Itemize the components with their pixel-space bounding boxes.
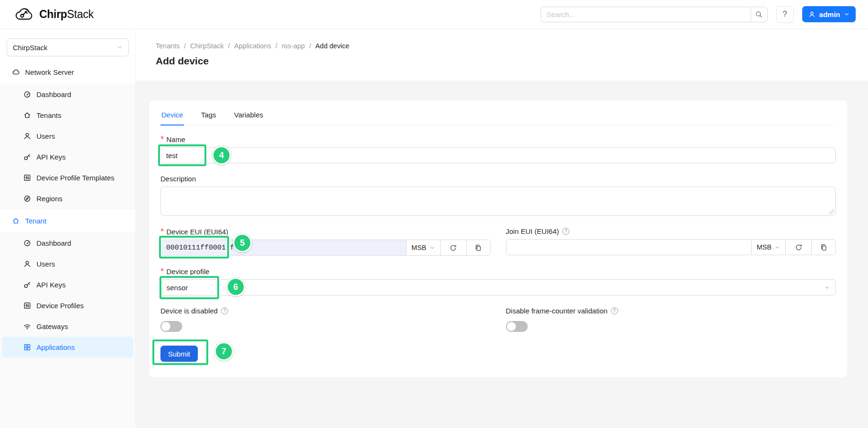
sidebar-item-regions[interactable]: Regions <box>2 188 133 209</box>
description-field: Description <box>160 175 836 216</box>
device-profile-select[interactable]: sensor 6 <box>160 279 836 295</box>
dashboard-icon <box>23 239 31 247</box>
sidebar-item-device-profile-templates[interactable]: Device Profile Templates <box>2 167 133 188</box>
description-label: Description <box>160 175 836 183</box>
search-input[interactable] <box>540 7 751 22</box>
dev-eui-generate-button[interactable] <box>440 240 467 256</box>
copy-icon <box>820 243 828 251</box>
join-eui-input[interactable] <box>506 239 752 255</box>
device-disabled-toggle[interactable] <box>160 321 182 332</box>
sidebar-menu: Network ServerDashboardTenantsUsersAPI K… <box>0 61 135 358</box>
breadcrumb-separator: / <box>275 42 277 50</box>
name-label: *Name <box>160 135 836 143</box>
brand-light: Stack <box>67 8 94 20</box>
search-button[interactable] <box>751 7 768 22</box>
sidebar-group-tenant[interactable]: Tenant <box>0 209 135 232</box>
sidebar-item-label: Device Profiles <box>36 302 84 310</box>
key-icon <box>23 281 31 289</box>
sidebar-submenu: DashboardUsersAPI KeysDevice ProfilesGat… <box>0 232 135 358</box>
tab-device[interactable]: Device <box>160 106 184 125</box>
sidebar-item-label: Users <box>36 260 55 268</box>
name-field: *Name 4 <box>160 135 836 163</box>
join-eui-byte-order-select[interactable]: MSB <box>751 239 786 255</box>
question-circle-icon <box>611 307 618 314</box>
sidebar-item-users[interactable]: Users <box>2 253 133 274</box>
dev-eui-field: *Device EUI (EUI64) MSB <box>160 227 491 256</box>
chirpstack-logo[interactable]: ChirpStack <box>13 5 94 23</box>
home-icon <box>23 111 31 119</box>
page-title: Add device <box>156 55 847 67</box>
sidebar-item-device-profiles[interactable]: Device Profiles <box>2 295 133 316</box>
join-eui-generate-button[interactable] <box>785 239 812 255</box>
sidebar-item-label: Device Profile Templates <box>36 174 115 182</box>
wifi-icon <box>23 322 31 330</box>
question-icon: ? <box>783 9 787 19</box>
name-input[interactable] <box>160 147 836 163</box>
dev-eui-copy-button[interactable] <box>466 240 491 256</box>
breadcrumb: Tenants/ChirpStack/Applications/ros-app/… <box>156 42 847 50</box>
help-button[interactable]: ? <box>776 6 794 23</box>
sidebar-group-label: Network Server <box>25 68 74 76</box>
user-icon <box>808 11 815 18</box>
search-box <box>540 7 768 22</box>
required-asterisk: * <box>160 135 164 143</box>
breadcrumb-item-tenants[interactable]: Tenants <box>156 42 180 50</box>
sidebar-item-label: Gateways <box>36 322 68 330</box>
toggle-knob <box>507 322 516 331</box>
sidebar-item-label: API Keys <box>36 281 66 289</box>
join-eui-field: Join EUI (EUI64) MSB <box>506 227 836 256</box>
sidebar-item-dashboard[interactable]: Dashboard <box>2 84 133 105</box>
annotation-badge-7: 7 <box>216 343 232 359</box>
add-device-form: *Name 4 Description <box>160 135 836 362</box>
user-menu-button[interactable]: admin <box>802 6 856 22</box>
submit-button[interactable]: Submit <box>160 346 198 362</box>
top-header: ChirpStack ? admin <box>0 0 868 29</box>
reload-icon <box>449 244 457 252</box>
tenant-select[interactable]: ChirpStack <box>7 38 129 56</box>
dev-eui-byte-order-select[interactable]: MSB <box>406 240 441 256</box>
search-icon <box>755 10 763 18</box>
cloud-icon <box>12 68 20 76</box>
user-icon <box>23 260 31 268</box>
description-textarea[interactable] <box>160 187 836 216</box>
chevron-down-icon <box>844 11 850 17</box>
sidebar-item-applications[interactable]: Applications <box>2 337 133 357</box>
control-icon <box>23 174 31 182</box>
control-icon <box>23 302 31 310</box>
sidebar-item-label: Tenants <box>36 111 62 119</box>
breadcrumb-item-add-device: Add device <box>315 42 349 50</box>
chevron-down-icon <box>117 45 123 50</box>
frame-counter-toggle[interactable] <box>506 321 528 332</box>
required-asterisk: * <box>160 227 164 236</box>
main-content: Tenants/ChirpStack/Applications/ros-app/… <box>136 29 868 428</box>
sidebar-group-network-server[interactable]: Network Server <box>0 61 135 83</box>
topbar-right: ? admin <box>540 6 856 23</box>
breadcrumb-item-chirpstack[interactable]: ChirpStack <box>190 42 224 50</box>
breadcrumb-item-applications[interactable]: Applications <box>234 42 271 50</box>
content-body: DeviceTagsVariables *Name 4 Description <box>136 80 868 428</box>
device-profile-value: sensor <box>167 284 188 292</box>
join-eui-label: Join EUI (EUI64) <box>506 227 836 235</box>
join-eui-group: MSB <box>506 239 836 255</box>
add-device-card: DeviceTagsVariables *Name 4 Description <box>149 100 847 377</box>
tab-tags[interactable]: Tags <box>200 106 217 125</box>
join-eui-copy-button[interactable] <box>811 239 836 255</box>
sidebar-item-api-keys[interactable]: API Keys <box>2 146 133 167</box>
sidebar-item-tenants[interactable]: Tenants <box>2 105 133 125</box>
sidebar-item-dashboard[interactable]: Dashboard <box>2 232 133 253</box>
dev-eui-group: MSB 5 <box>160 240 491 256</box>
breadcrumb-separator: / <box>309 42 311 50</box>
compass-icon <box>23 195 31 203</box>
brand-text: ChirpStack <box>39 8 94 21</box>
tabs: DeviceTagsVariables <box>160 106 836 125</box>
sidebar: ChirpStack Network ServerDashboardTenant… <box>0 29 136 428</box>
frame-counter-label: Disable frame-counter validation <box>506 307 836 315</box>
tab-variables[interactable]: Variables <box>233 106 264 125</box>
sidebar-item-api-keys[interactable]: API Keys <box>2 274 133 295</box>
sidebar-item-label: Applications <box>36 343 75 351</box>
dev-eui-input[interactable] <box>160 240 407 256</box>
resize-handle[interactable] <box>829 209 834 214</box>
sidebar-item-gateways[interactable]: Gateways <box>2 316 133 337</box>
sidebar-item-users[interactable]: Users <box>2 125 133 146</box>
breadcrumb-item-ros-app[interactable]: ros-app <box>282 42 305 50</box>
